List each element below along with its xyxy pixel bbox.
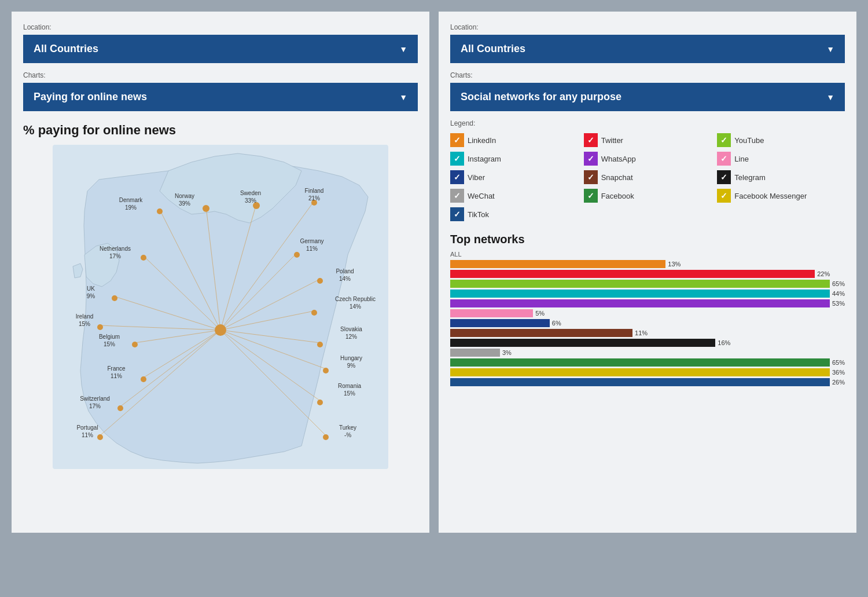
bar-pct-wechat: 3% — [502, 349, 512, 356]
bar-tiktok — [450, 378, 830, 386]
bar-pct-viber: 6% — [552, 320, 561, 327]
bar-row-telegram: 16% — [450, 339, 845, 347]
right-location-label: Location: — [450, 23, 845, 31]
svg-text:Slovakia: Slovakia — [340, 326, 362, 332]
bar-row-linkedin: 13% — [450, 260, 845, 268]
legend-item-telegram: ✓ Telegram — [717, 170, 845, 184]
svg-text:Ireland: Ireland — [76, 313, 94, 320]
svg-point-31 — [317, 342, 323, 347]
svg-text:France: France — [107, 365, 126, 372]
svg-text:33%: 33% — [245, 197, 256, 204]
linkedin-check-icon: ✓ — [450, 133, 464, 147]
legend-item-tiktok: ✓ TikTok — [450, 207, 578, 221]
svg-text:Sweden: Sweden — [240, 190, 261, 196]
svg-text:9%: 9% — [87, 293, 95, 299]
svg-text:Denmark: Denmark — [119, 197, 144, 203]
whatsapp-check-icon: ✓ — [584, 152, 598, 166]
bar-twitter — [450, 270, 815, 278]
svg-point-35 — [317, 400, 323, 405]
bar-linkedin — [450, 260, 665, 268]
bar-instagram — [450, 290, 830, 298]
facebook-check-icon: ✓ — [584, 189, 598, 203]
fb-messenger-check-icon: ✓ — [717, 189, 731, 203]
bar-row-fb-messenger: 36% — [450, 368, 845, 376]
svg-text:UK: UK — [87, 285, 95, 292]
legend-line-label: Line — [734, 155, 749, 163]
bar-row-tiktok: 26% — [450, 378, 845, 386]
bar-snapchat — [450, 329, 632, 337]
bar-row-whatsapp: 53% — [450, 299, 845, 307]
svg-text:15%: 15% — [79, 321, 90, 327]
bar-pct-telegram: 16% — [718, 339, 730, 346]
svg-text:12%: 12% — [345, 334, 357, 340]
telegram-check-icon: ✓ — [717, 170, 731, 184]
right-location-dropdown[interactable]: All Countries ▼ — [450, 35, 845, 63]
bar-youtube — [450, 280, 830, 288]
youtube-check-icon: ✓ — [717, 133, 731, 147]
left-chart-name: Paying for online news — [34, 91, 147, 103]
svg-text:17%: 17% — [109, 253, 121, 259]
legend-label: Legend: — [450, 119, 845, 127]
bar-whatsapp — [450, 299, 830, 307]
map-svg: Denmark 19% Norway 39% Sweden 33% Finlan… — [23, 145, 418, 469]
legend-youtube-label: YouTube — [734, 136, 764, 145]
legend-item-fb-messenger: ✓ Facebook Messenger — [717, 189, 845, 203]
svg-text:Turkey: Turkey — [339, 424, 356, 431]
svg-point-27 — [317, 278, 323, 284]
bar-row-instagram: 44% — [450, 290, 845, 298]
legend-facebook-label: Facebook — [601, 192, 634, 200]
bar-row-youtube: 65% — [450, 280, 845, 288]
legend-wechat-label: WeChat — [468, 192, 495, 200]
left-chart-title: % paying for online news — [23, 123, 418, 138]
bar-line — [450, 309, 533, 317]
right-chart-dropdown[interactable]: Social networks for any purpose ▼ — [450, 83, 845, 111]
all-label: ALL — [450, 251, 845, 258]
left-panel: Location: All Countries ▼ Charts: Paying… — [12, 12, 429, 533]
svg-point-23 — [141, 255, 146, 261]
bar-pct-youtube: 65% — [832, 280, 845, 287]
svg-text:39%: 39% — [179, 200, 190, 207]
legend-fb-messenger-label: Facebook Messenger — [734, 192, 807, 200]
legend-item-whatsapp: ✓ WhatsApp — [584, 152, 712, 166]
bar-pct-facebook: 65% — [832, 359, 845, 366]
bar-telegram — [450, 339, 715, 347]
main-container: Location: All Countries ▼ Charts: Paying… — [12, 12, 856, 533]
bar-row-line: 5% — [450, 309, 845, 317]
legend-telegram-label: Telegram — [734, 173, 765, 182]
bar-row-snapchat: 11% — [450, 329, 845, 337]
svg-text:Switzerland: Switzerland — [80, 395, 110, 402]
svg-text:Netherlands: Netherlands — [100, 246, 131, 252]
svg-text:-%: -% — [344, 432, 351, 438]
svg-point-19 — [157, 208, 163, 214]
svg-point-37 — [323, 434, 329, 440]
svg-text:Poland: Poland — [336, 268, 354, 274]
bar-pct-instagram: 44% — [832, 290, 845, 297]
left-location-arrow-icon: ▼ — [399, 45, 407, 54]
right-chart-arrow-icon: ▼ — [826, 93, 834, 102]
bar-fb-messenger — [450, 368, 830, 376]
svg-text:11%: 11% — [111, 373, 122, 379]
right-panel: Location: All Countries ▼ Charts: Social… — [439, 12, 856, 533]
svg-text:Portugal: Portugal — [76, 424, 98, 431]
bar-row-wechat: 3% — [450, 349, 845, 357]
bar-pct-tiktok: 26% — [832, 379, 845, 386]
bar-pct-fb-messenger: 36% — [832, 369, 845, 376]
bar-pct-snapchat: 11% — [635, 329, 648, 336]
svg-point-24 — [294, 252, 300, 258]
left-chart-dropdown[interactable]: Paying for online news ▼ — [23, 83, 418, 111]
legend-item-linkedin: ✓ LinkedIn — [450, 133, 578, 147]
twitter-check-icon: ✓ — [584, 133, 598, 147]
left-location-dropdown[interactable]: All Countries ▼ — [23, 35, 418, 63]
top-networks-title: Top networks — [450, 233, 845, 246]
svg-text:Czech Republic: Czech Republic — [335, 296, 376, 302]
legend-item-wechat: ✓ WeChat — [450, 189, 578, 203]
left-location-value: All Countries — [34, 43, 98, 55]
legend-item-viber: ✓ Viber — [450, 170, 578, 184]
bars-container: 13% 22% 65% 44% 53% — [450, 260, 845, 386]
bar-row-viber: 6% — [450, 319, 845, 327]
bar-pct-line: 5% — [535, 310, 545, 317]
right-location-arrow-icon: ▼ — [826, 45, 834, 54]
svg-text:Norway: Norway — [175, 193, 194, 199]
svg-point-29 — [311, 310, 317, 316]
svg-point-36 — [97, 434, 103, 440]
